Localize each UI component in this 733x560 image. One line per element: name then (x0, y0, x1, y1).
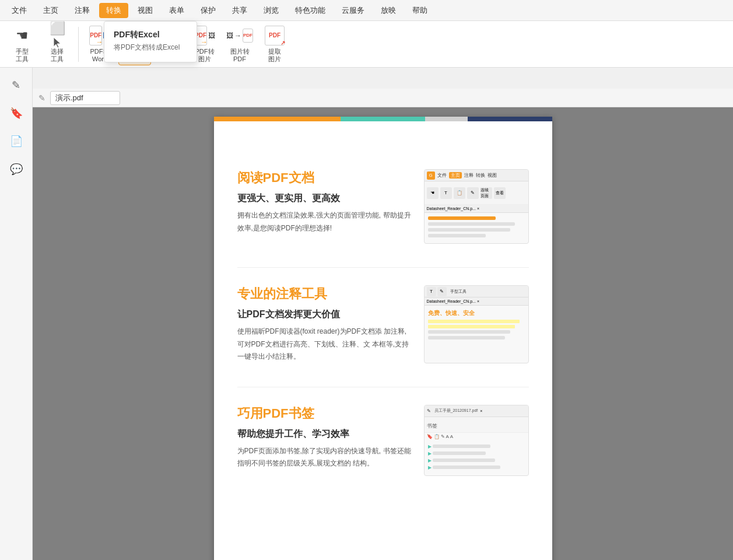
convert-arrow-icon: → (234, 32, 241, 40)
preview-close-2: × (477, 299, 479, 303)
image-to-pdf-button[interactable]: 🖼 → PDF 图片转PDF (223, 23, 256, 65)
sidebar-page-icon[interactable]: 📄 (5, 130, 28, 153)
mini-btn-4: ✎ (467, 187, 479, 199)
menu-feature[interactable]: 特色功能 (288, 3, 332, 18)
bookmark-icons-row: 🔖 📋 ✎ A A (427, 434, 526, 439)
section-annotation-desc: 使用福昕PDF阅读器(foxit reader)为PDF文档添 加注释,可对PD… (237, 326, 412, 363)
bookmark-item-3: ▶ (428, 458, 525, 463)
bookmark-item-1: ▶ (428, 444, 525, 449)
bookmark-text: 书签 (427, 423, 437, 429)
file-path[interactable]: 演示.pdf (50, 91, 120, 105)
bk-arrow-4: ▶ (428, 465, 432, 470)
edit-icon: ✎ (38, 93, 45, 103)
preview-line-3 (428, 228, 510, 232)
menu-cloud[interactable]: 云服务 (335, 3, 371, 18)
preview-line-a2 (428, 336, 506, 340)
dropdown-title: PDF转Excel (104, 26, 197, 41)
menu-convert[interactable]: 转换 (99, 3, 128, 18)
preview-content-3: ▶ ▶ ▶ ▶ (425, 440, 528, 475)
sidebar-edit-icon[interactable]: ✎ (5, 74, 28, 97)
bk-icon-1: 🔖 (427, 434, 433, 439)
cursor-icon: ⬜ (50, 21, 65, 50)
preview-line-2 (428, 222, 515, 226)
address-bar: ✎ 演示.pdf (33, 89, 733, 107)
menu-slideshow[interactable]: 放映 (374, 3, 403, 18)
section-bookmark-preview: ✎ 员工手册_20120917.pdf × 书签 🔖 📋 ✎ (424, 405, 529, 476)
menu-home[interactable]: 主页 (36, 3, 65, 18)
divider-2 (237, 387, 529, 387)
preview-app-name: 文件 (437, 172, 447, 178)
strip-gray (425, 117, 468, 121)
sidebar-bookmark-icon[interactable]: 🔖 (5, 102, 28, 125)
preview-filename-2: Datasheet_Reader_CN.p... (427, 299, 476, 303)
bk-line-4 (433, 466, 500, 469)
preview-tab-bar: Datasheet_Reader_CN.p... × (425, 205, 528, 213)
mini-icon-edit2: T (427, 287, 436, 296)
arrow-icon: → (96, 38, 103, 46)
bk-line-1 (433, 444, 491, 448)
preview-tab-bar-2: Datasheet_Reader_CN.p... × (425, 298, 528, 306)
preview-filename-3: 员工手册_20120917.pdf (434, 408, 478, 414)
mini-btn-2: T (440, 187, 452, 199)
section-read: 阅读PDF文档 更强大、更实用、更高效 拥有出色的文档渲染效果,强大的页面管理功… (237, 158, 529, 244)
menu-help[interactable]: 帮助 (405, 3, 434, 18)
menu-form[interactable]: 表单 (162, 3, 191, 18)
bk-icon-3: ✎ (441, 434, 445, 439)
pdf-viewer[interactable]: 阅读PDF文档 更强大、更实用、更高效 拥有出色的文档渲染效果,强大的页面管理功… (33, 107, 733, 560)
section-annotation-text: 专业的注释工具 让PDF文档发挥更大价值 使用福昕PDF阅读器(foxit re… (237, 285, 412, 363)
highlight-1 (428, 320, 520, 323)
bk-icon-4: A (446, 434, 449, 439)
bk-arrow-3: ▶ (428, 458, 432, 463)
preview-bookmark-label: 书签 (425, 417, 528, 433)
preview-line-1 (428, 216, 496, 220)
img-pdf-label: 图片转PDF (230, 48, 250, 63)
hand-tool-label: 手型工具 (16, 48, 29, 63)
menu-protect[interactable]: 保护 (194, 3, 223, 18)
preview-line-a1 (428, 330, 510, 334)
preview-header-2: T ✎ 手型工具 (425, 286, 528, 298)
preview-tab-home: 主页 (449, 172, 462, 178)
section-bookmark-text: 巧用PDF书签 帮助您提升工作、学习效率 为PDF页面添加书签,除了实现内容的快… (237, 405, 412, 476)
bookmark-item-2: ▶ (428, 451, 525, 456)
extract-image-button[interactable]: PDF ↗ 提取图片 (258, 23, 291, 65)
extract-arrow-icon: ↗ (280, 40, 285, 46)
preview-tab-view: 视图 (488, 172, 497, 178)
preview-tab-annotation: 注释 (464, 172, 474, 178)
strip-orange (214, 117, 341, 121)
divider-1 (237, 267, 529, 268)
bk-icon-5: A (450, 434, 453, 439)
pdf-word-icon: PDF → (89, 26, 102, 46)
preview-tab-convert: 转换 (476, 172, 485, 178)
preview-close: × (477, 206, 479, 211)
section-annotation-title: 专业的注释工具 (237, 285, 412, 303)
section-annotation: 专业的注释工具 让PDF文档发挥更大价值 使用福昕PDF阅读器(foxit re… (237, 274, 529, 363)
menu-browse[interactable]: 浏览 (257, 3, 286, 18)
bk-arrow-1: ▶ (428, 444, 432, 449)
menu-view[interactable]: 视图 (131, 3, 160, 18)
pdf-img-label: PDF转图片 (195, 48, 215, 63)
pdf-page: 阅读PDF文档 更强大、更实用、更高效 拥有出色的文档渲染效果,强大的页面管理功… (214, 117, 552, 560)
select-tool-button[interactable]: ⬜ 选择工具 (41, 23, 73, 65)
hand-tool-button[interactable]: ☚ 手型工具 (6, 23, 38, 65)
mini-btn-6: 查看 (494, 187, 506, 199)
extract-icon: PDF ↗ (265, 26, 285, 46)
img-to-pdf-icon: 🖼 (226, 32, 233, 40)
mini-btn-5: 连续页面 (481, 187, 492, 199)
preview-line-4 (428, 234, 486, 237)
preview-header-1: G 文件 主页 注释 转换 视图 (425, 170, 528, 181)
section-read-text: 阅读PDF文档 更强大、更实用、更高效 拥有出色的文档渲染效果,强大的页面管理功… (237, 169, 412, 244)
menu-share[interactable]: 共享 (225, 3, 254, 18)
preview-toolbar-1: ☚ T 📋 ✎ 连续页面 查看 (425, 181, 528, 205)
arrow-icon-img: → (201, 38, 208, 46)
section-read-desc: 拥有出色的文档渲染效果,强大的页面管理功能, 帮助提升效率,是您阅读PDF的理想… (237, 209, 412, 235)
dropdown-desc: 将PDF文档转成Excel (104, 41, 197, 57)
content-area: ✎ 演示.pdf › 阅读PDF文档 更强大、更实用、更高效 (33, 68, 733, 560)
section-annotation-preview: T ✎ 手型工具 Datasheet_Reader_CN.p... × 免费、快… (424, 285, 529, 363)
bk-arrow-2: ▶ (428, 451, 432, 456)
strip-teal (341, 117, 425, 121)
preview-bookmark-toolbar: 🔖 📋 ✎ A A (425, 433, 528, 440)
menu-file[interactable]: 文件 (5, 3, 34, 18)
menu-annotation[interactable]: 注释 (68, 3, 97, 18)
sidebar-comment-icon[interactable]: 💬 (5, 158, 28, 181)
menubar: 文件 主页 注释 转换 视图 表单 保护 共享 浏览 特色功能 云服务 放映 帮… (0, 0, 733, 21)
